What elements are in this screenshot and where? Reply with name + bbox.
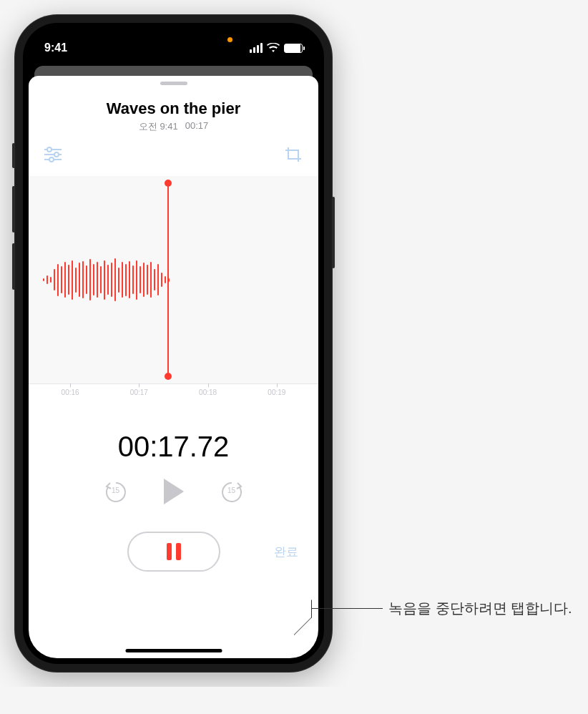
crop-icon[interactable] <box>284 146 304 163</box>
settings-sliders-icon[interactable] <box>43 146 63 163</box>
callout-annotation: 녹음을 중단하려면 탭합니다. <box>311 599 572 618</box>
skip-forward-label: 15 <box>220 486 244 494</box>
phone-frame: 9:41 Waves on the pier 오 <box>14 14 333 673</box>
volume-up-button <box>12 186 15 233</box>
skip-forward-15-button[interactable]: 15 <box>220 479 244 504</box>
recording-subtitle: 오전 9:41 00:17 <box>29 120 318 133</box>
ruler-tick: 00:17 <box>130 388 148 396</box>
play-button[interactable] <box>164 479 184 504</box>
volume-down-button <box>12 243 15 290</box>
home-indicator[interactable] <box>125 649 222 652</box>
skip-back-15-button[interactable]: 15 <box>104 479 128 504</box>
recording-duration: 00:17 <box>185 120 209 133</box>
ruler-tick: 00:19 <box>268 388 285 396</box>
wifi-icon <box>267 43 280 53</box>
side-button <box>12 143 15 168</box>
svg-point-1 <box>47 147 52 152</box>
svg-point-3 <box>54 152 59 157</box>
callout-line <box>311 608 383 609</box>
recording-title[interactable]: Waves on the pier <box>29 99 318 118</box>
waveform-display[interactable] <box>29 176 318 383</box>
power-button <box>332 197 335 268</box>
recording-time: 오전 9:41 <box>139 120 178 133</box>
status-time: 9:41 <box>44 41 67 54</box>
waveform-bars <box>29 258 170 301</box>
screen: 9:41 Waves on the pier 오 <box>23 23 324 664</box>
sheet-grabber[interactable] <box>160 82 187 85</box>
done-button[interactable]: 완료 <box>274 544 298 560</box>
svg-point-5 <box>49 157 54 162</box>
battery-icon <box>284 44 303 53</box>
pause-icon <box>167 543 181 560</box>
ruler-tick: 00:16 <box>62 388 79 396</box>
dynamic-island <box>131 33 217 57</box>
time-ruler: 00:16 00:17 00:18 00:19 <box>29 383 318 401</box>
callout-text: 녹음을 중단하려면 탭합니다. <box>388 599 572 618</box>
elapsed-time: 00:17.72 <box>29 431 318 463</box>
skip-back-label: 15 <box>104 486 128 494</box>
pause-recording-button[interactable] <box>127 532 220 572</box>
playhead-indicator[interactable] <box>167 183 169 376</box>
ruler-tick: 00:18 <box>199 388 217 396</box>
recording-sheet: Waves on the pier 오전 9:41 00:17 <box>29 76 318 658</box>
cellular-signal-icon <box>250 43 263 53</box>
